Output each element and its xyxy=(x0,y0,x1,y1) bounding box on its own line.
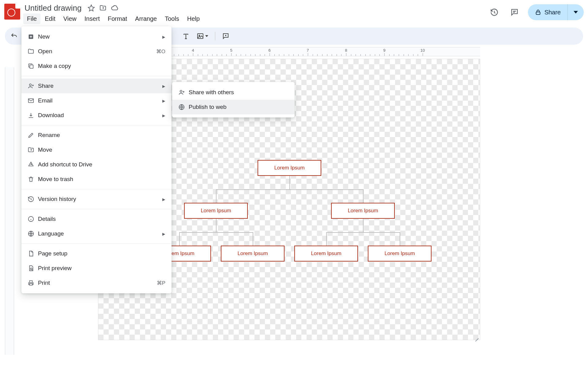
app-logo-icon[interactable] xyxy=(4,4,20,20)
folder-icon xyxy=(28,48,38,55)
menu-edit[interactable]: Edit xyxy=(41,13,59,24)
cloud-status-icon[interactable] xyxy=(111,4,119,12)
chevron-right-icon: ▸ xyxy=(162,112,165,119)
menu-item-move[interactable]: Move xyxy=(21,143,172,157)
pencil-icon xyxy=(28,132,38,139)
connector-line xyxy=(253,232,253,246)
menu-label: Share xyxy=(38,83,160,89)
org-node[interactable]: Lorem Ipsum xyxy=(258,160,321,176)
menu-item-add-shortcut[interactable]: Add shortcut to Drive xyxy=(21,157,172,172)
connector-line xyxy=(289,176,290,189)
ruler-number: 4 xyxy=(192,48,194,53)
menu-help[interactable]: Help xyxy=(183,13,203,24)
menu-label: Version history xyxy=(38,196,160,202)
svg-point-9 xyxy=(30,268,32,270)
ruler-number: 6 xyxy=(268,48,270,53)
text-tool[interactable] xyxy=(182,32,190,40)
org-node[interactable]: Lorem Ipsum xyxy=(294,246,358,262)
folder-move-icon xyxy=(28,147,38,153)
canvas-resize-handle[interactable] xyxy=(473,333,479,339)
connector-line xyxy=(216,189,217,203)
download-icon xyxy=(28,112,38,119)
connector-line xyxy=(326,232,400,233)
menu-shortcut: ⌘O xyxy=(156,48,165,55)
menu-label: Move to trash xyxy=(38,176,165,183)
undo-button[interactable] xyxy=(10,32,18,40)
image-tool[interactable] xyxy=(197,32,208,40)
menu-file[interactable]: File xyxy=(23,13,40,24)
menu-label: Make a copy xyxy=(38,63,165,69)
chevron-right-icon: ▸ xyxy=(162,230,165,237)
chevron-right-icon: ▸ xyxy=(162,83,165,90)
share-button[interactable]: Share xyxy=(528,4,584,20)
connector-line xyxy=(400,232,400,246)
menu-item-rename[interactable]: Rename xyxy=(21,128,172,143)
menu-item-trash[interactable]: Move to trash xyxy=(21,172,172,187)
menu-label: Details xyxy=(38,216,165,222)
history-icon xyxy=(28,196,38,202)
menu-arrange[interactable]: Arrange xyxy=(131,13,160,24)
menu-item-new[interactable]: New ▸ xyxy=(21,29,172,44)
comments-icon[interactable] xyxy=(508,6,521,19)
chevron-right-icon: ▸ xyxy=(162,33,165,40)
connector-line xyxy=(326,232,327,246)
svg-point-10 xyxy=(180,90,182,92)
menu-label: Share with others xyxy=(189,89,288,96)
globe-icon xyxy=(28,230,38,237)
submenu-item-share-others[interactable]: Share with others xyxy=(172,85,295,100)
mail-icon xyxy=(28,97,38,104)
menu-item-language[interactable]: Language ▸ xyxy=(21,226,172,241)
menu-label: New xyxy=(38,33,160,40)
menu-item-make-copy[interactable]: Make a copy xyxy=(21,59,172,73)
menu-label: Publish to web xyxy=(189,104,288,110)
svg-point-5 xyxy=(29,84,31,86)
menu-label: Move xyxy=(38,147,165,153)
drive-shortcut-icon xyxy=(28,161,38,168)
chevron-right-icon: ▸ xyxy=(162,97,165,104)
header-actions: Share xyxy=(488,2,584,20)
menu-item-details[interactable]: Details xyxy=(21,212,172,226)
menu-label: Rename xyxy=(38,132,165,139)
menu-insert[interactable]: Insert xyxy=(81,13,104,24)
menu-format[interactable]: Format xyxy=(104,13,131,24)
org-node[interactable]: Lorem Ipsum xyxy=(221,246,285,262)
page-search-icon xyxy=(28,265,38,272)
menu-item-print[interactable]: Print ⌘P xyxy=(21,276,172,290)
vertical-ruler xyxy=(5,67,14,355)
menu-item-open[interactable]: Open ⌘O xyxy=(21,44,172,59)
title-block: Untitled drawing File Edit View Insert F… xyxy=(23,2,488,24)
lock-icon xyxy=(535,9,541,16)
org-node[interactable]: Lorem Ipsum xyxy=(184,203,248,219)
history-icon[interactable] xyxy=(488,6,501,19)
submenu-item-publish-web[interactable]: Publish to web xyxy=(172,100,295,114)
star-icon[interactable] xyxy=(88,4,95,12)
org-node[interactable]: Lorem Ipsum xyxy=(331,203,395,219)
connector-line xyxy=(363,219,364,232)
svg-rect-0 xyxy=(536,12,540,14)
share-submenu: Share with others Publish to web xyxy=(172,82,295,117)
share-dropdown-caret[interactable] xyxy=(568,10,584,14)
plus-square-icon xyxy=(28,33,38,40)
menu-item-page-setup[interactable]: Page setup xyxy=(21,246,172,261)
org-node[interactable]: Lorem Ipsum xyxy=(368,246,432,262)
menu-item-print-preview[interactable]: Print preview xyxy=(21,261,172,276)
print-icon xyxy=(28,280,38,286)
menu-tools[interactable]: Tools xyxy=(161,13,183,24)
copy-icon xyxy=(28,63,38,69)
svg-point-2 xyxy=(199,35,200,36)
document-title[interactable]: Untitled drawing xyxy=(23,3,83,13)
connector-line xyxy=(216,189,363,190)
menu-label: Add shortcut to Drive xyxy=(38,161,165,168)
move-folder-icon[interactable] xyxy=(99,4,107,12)
file-menu: New ▸ Open ⌘O Make a copy Share ▸ Email … xyxy=(21,26,172,293)
menu-item-version-history[interactable]: Version history ▸ xyxy=(21,192,172,206)
menu-item-download[interactable]: Download ▸ xyxy=(21,108,172,123)
comment-tool[interactable] xyxy=(222,32,229,40)
person-add-icon xyxy=(178,89,189,96)
connector-line xyxy=(179,232,253,233)
menu-item-email[interactable]: Email ▸ xyxy=(21,93,172,108)
menu-item-share[interactable]: Share ▸ xyxy=(21,79,172,93)
ruler-number: 7 xyxy=(307,48,309,53)
menu-view[interactable]: View xyxy=(60,13,80,24)
menu-label: Print preview xyxy=(38,265,165,272)
